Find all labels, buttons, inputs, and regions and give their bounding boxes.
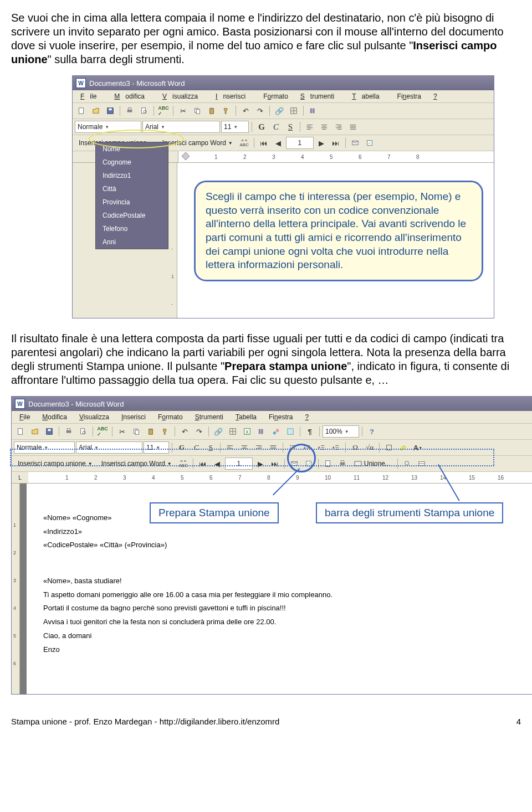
preview-icon[interactable] — [137, 104, 151, 117]
insert-word-field-button[interactable]: Inserisci campo Word▼ — [98, 457, 176, 470]
outdent-icon[interactable] — [315, 441, 328, 454]
unione-button[interactable]: Unione... — [350, 457, 395, 470]
link-icon[interactable]: 🔗 — [273, 104, 286, 117]
menu-tabella[interactable]: Tabella — [346, 91, 390, 101]
record-number[interactable]: 1 — [225, 458, 253, 470]
last-record-icon[interactable]: ⏭ — [329, 136, 342, 150]
border-icon[interactable] — [382, 441, 396, 454]
prev-record-icon[interactable]: ◀ — [211, 457, 224, 470]
mailmerge-helper-icon[interactable] — [349, 136, 362, 150]
check-errors-icon[interactable] — [302, 457, 315, 470]
view-merged-icon[interactable]: « » ABC — [238, 136, 251, 150]
menu-modifica[interactable]: Modifica — [37, 412, 73, 422]
cut-icon[interactable]: ✂ — [176, 104, 190, 117]
equation-icon[interactable]: √α — [363, 441, 376, 454]
align-center-icon[interactable] — [318, 120, 331, 133]
copy-icon[interactable] — [191, 104, 204, 117]
next-record-icon[interactable]: ▶ — [254, 457, 267, 470]
drawing-icon[interactable] — [269, 425, 283, 438]
style-dropdown[interactable]: Normale▼ — [75, 121, 141, 133]
menu-help[interactable]: ? — [299, 412, 314, 422]
menu-inserisci[interactable]: Inserisci — [116, 412, 151, 422]
field-nome[interactable]: Nome — [96, 142, 168, 156]
merge-new-doc-icon[interactable] — [321, 457, 335, 470]
help-icon[interactable]: ? — [365, 425, 378, 438]
field-anni[interactable]: Anni — [96, 235, 168, 249]
print-icon[interactable] — [123, 104, 136, 117]
menu-finestra[interactable]: Finestra — [263, 412, 298, 422]
new-doc-icon[interactable] — [14, 425, 27, 438]
align-right-icon[interactable] — [332, 120, 345, 133]
style-dropdown[interactable]: Normale▼ — [14, 441, 75, 454]
undo-icon[interactable]: ↶ — [178, 425, 191, 438]
merge-print-icon[interactable] — [336, 457, 349, 470]
font-color-icon[interactable]: A▼ — [411, 441, 424, 454]
open-icon[interactable] — [28, 425, 42, 438]
field-citta[interactable]: Città — [96, 182, 168, 196]
menu-strumenti[interactable]: Strumenti — [295, 91, 345, 101]
size-dropdown[interactable]: 11▼ — [144, 441, 169, 454]
underline-button[interactable]: S — [284, 120, 297, 133]
field-cognome[interactable]: Cognome — [96, 156, 168, 169]
new-doc-icon[interactable] — [75, 104, 88, 117]
next-record-icon[interactable]: ▶ — [315, 136, 328, 150]
insert-word-field-button[interactable]: Inserisci campo Word▼ — [158, 136, 237, 150]
bold-button[interactable]: G — [255, 120, 268, 133]
paste-icon[interactable] — [144, 425, 157, 438]
italic-button[interactable]: C — [269, 120, 283, 133]
pilcrow-icon[interactable]: ¶ — [303, 425, 316, 438]
field-telefono[interactable]: Telefono — [96, 222, 168, 235]
field-provincia[interactable]: Provincia — [96, 196, 168, 209]
format-painter-icon[interactable] — [219, 104, 233, 117]
menu-tabella[interactable]: Tabella — [230, 412, 262, 422]
first-record-icon[interactable]: ⏮ — [196, 457, 209, 470]
justify-icon[interactable] — [346, 120, 360, 133]
preview-icon[interactable] — [76, 425, 90, 438]
prev-record-icon[interactable]: ◀ — [272, 136, 285, 150]
open-icon[interactable] — [89, 104, 103, 117]
field-indirizzo1[interactable]: Indirizzo1 — [96, 169, 168, 182]
menu-formato[interactable]: Formato — [258, 91, 294, 101]
field-codicepostale[interactable]: CodicePostale — [96, 209, 168, 222]
align-right-icon[interactable] — [252, 441, 265, 454]
menu-finestra[interactable]: Finestra — [392, 91, 427, 101]
align-center-icon[interactable] — [238, 441, 251, 454]
paste-icon[interactable] — [205, 104, 218, 117]
menu-help[interactable]: ? — [428, 91, 443, 101]
menu-strumenti[interactable]: Strumenti — [190, 412, 229, 422]
bullets-icon[interactable] — [300, 441, 314, 454]
map-icon[interactable] — [284, 425, 297, 438]
last-record-icon[interactable]: ⏭ — [268, 457, 282, 470]
first-record-icon[interactable]: ⏮ — [257, 136, 270, 150]
redo-icon[interactable]: ↷ — [192, 425, 206, 438]
columns-icon[interactable] — [306, 104, 320, 117]
menu-file[interactable]: File — [14, 412, 35, 422]
save-icon[interactable] — [43, 425, 56, 438]
edit-datasrc-icon[interactable] — [415, 457, 428, 470]
print-icon[interactable] — [62, 425, 75, 438]
align-left-icon[interactable] — [223, 441, 237, 454]
bold-button[interactable]: G — [175, 441, 188, 454]
cut-icon[interactable]: ✂ — [115, 425, 129, 438]
table-grid-icon[interactable] — [287, 104, 300, 117]
menu-formato[interactable]: Formato — [152, 412, 188, 422]
record-number[interactable]: 1 — [286, 137, 314, 149]
menu-file[interactable]: File — [75, 91, 108, 101]
view-merged-icon[interactable]: « » ABC — [177, 457, 190, 470]
insert-merge-field-button[interactable]: Inserisci campo unione▼ — [14, 457, 96, 470]
indent-icon[interactable] — [329, 441, 342, 454]
link-icon[interactable]: 🔗 — [212, 425, 225, 438]
spell-icon[interactable]: ABC✓ — [96, 425, 109, 438]
spell-icon[interactable]: ABC✓ — [157, 104, 170, 117]
omega-icon[interactable]: Ω — [349, 441, 362, 454]
format-painter-icon[interactable] — [158, 425, 172, 438]
menu-visualizza[interactable]: Visualizza — [157, 91, 209, 101]
menu-modifica[interactable]: Modifica — [109, 91, 156, 101]
redo-icon[interactable]: ↷ — [253, 104, 267, 117]
save-icon[interactable] — [104, 104, 117, 117]
table-grid-icon[interactable] — [226, 425, 239, 438]
italic-button[interactable]: C — [190, 441, 203, 454]
undo-icon[interactable]: ↶ — [239, 104, 252, 117]
copy-icon[interactable] — [130, 425, 143, 438]
size-dropdown[interactable]: 11▼ — [221, 121, 249, 133]
